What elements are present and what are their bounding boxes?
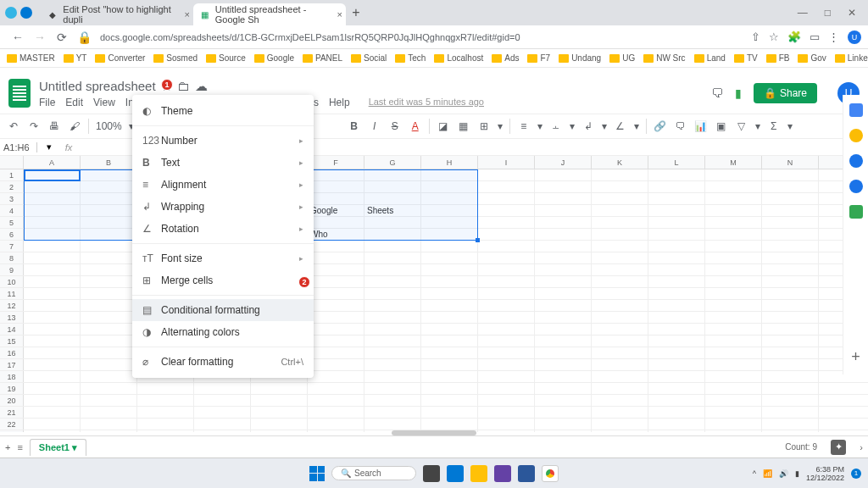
comment-history-icon[interactable]: 🗨 xyxy=(711,86,723,100)
cell[interactable] xyxy=(81,371,137,382)
cell[interactable] xyxy=(535,407,592,418)
cell[interactable] xyxy=(762,347,819,358)
cell[interactable] xyxy=(478,241,535,252)
cell[interactable] xyxy=(308,347,364,358)
cell[interactable] xyxy=(24,300,81,311)
cell[interactable] xyxy=(478,430,535,432)
cell[interactable] xyxy=(762,407,819,418)
cell[interactable] xyxy=(705,336,762,347)
grid-row[interactable]: 20 xyxy=(0,395,868,407)
cell[interactable] xyxy=(137,395,194,406)
word-icon[interactable] xyxy=(518,465,535,482)
menu-help[interactable]: Help xyxy=(329,97,350,108)
row-header[interactable]: 6 xyxy=(0,229,24,240)
row-header[interactable]: 4 xyxy=(0,205,24,216)
cell[interactable] xyxy=(478,205,535,216)
cell[interactable] xyxy=(251,430,308,432)
cell[interactable] xyxy=(592,324,648,335)
cell[interactable] xyxy=(705,300,762,311)
grid-row[interactable]: 10 xyxy=(0,276,868,288)
explorer-icon[interactable] xyxy=(470,465,487,482)
cell[interactable] xyxy=(81,217,137,228)
cell[interactable] xyxy=(762,324,819,335)
grid-row[interactable]: 11 xyxy=(0,288,868,300)
close-icon[interactable]: × xyxy=(337,9,342,19)
cell[interactable] xyxy=(24,324,81,335)
cell[interactable] xyxy=(421,264,478,275)
cell[interactable] xyxy=(137,430,194,432)
cell[interactable] xyxy=(421,312,478,323)
add-addon-button[interactable]: + xyxy=(851,348,860,366)
cell[interactable] xyxy=(478,288,535,299)
bookmark-folder[interactable]: Undang xyxy=(559,53,601,63)
sheet-tab[interactable]: Sheet1 ▾ xyxy=(30,439,86,456)
explore-button[interactable]: ✦ xyxy=(831,440,846,455)
cell[interactable] xyxy=(364,347,421,358)
cell[interactable] xyxy=(81,252,137,263)
cell[interactable] xyxy=(592,229,648,240)
cell[interactable] xyxy=(592,395,648,406)
bookmark-folder[interactable]: YT xyxy=(64,53,87,63)
cell[interactable] xyxy=(648,169,705,180)
cell[interactable] xyxy=(762,371,819,382)
cell[interactable] xyxy=(762,300,819,311)
cell[interactable] xyxy=(705,264,762,275)
cell[interactable] xyxy=(194,383,251,394)
cell[interactable] xyxy=(535,336,592,347)
cell[interactable] xyxy=(24,430,81,432)
cloud-app-icon[interactable] xyxy=(5,7,17,19)
cell[interactable] xyxy=(705,276,762,287)
bookmark-folder[interactable]: UG xyxy=(609,53,635,63)
cell[interactable] xyxy=(364,276,421,287)
cell[interactable] xyxy=(24,336,81,347)
cell[interactable] xyxy=(24,347,81,358)
cell[interactable] xyxy=(421,395,478,406)
grid-row[interactable]: 12 xyxy=(0,300,868,312)
share-page-icon[interactable]: ⇧ xyxy=(751,30,760,44)
cell[interactable] xyxy=(24,371,81,382)
row-header[interactable]: 2 xyxy=(0,181,24,192)
cell[interactable] xyxy=(478,312,535,323)
col-header[interactable]: I xyxy=(478,156,535,169)
cell[interactable] xyxy=(421,359,478,370)
battery-icon[interactable]: ▮ xyxy=(795,469,799,478)
cell[interactable] xyxy=(194,395,251,406)
menuitem-fontsize[interactable]: тTFont size▸ xyxy=(132,247,314,269)
grid-row[interactable]: 14 xyxy=(0,324,868,336)
cell[interactable]: Who xyxy=(308,229,364,240)
cell[interactable] xyxy=(421,407,478,418)
cell[interactable] xyxy=(81,205,137,216)
cell[interactable] xyxy=(251,407,308,418)
cell[interactable] xyxy=(308,383,364,394)
cell[interactable] xyxy=(478,276,535,287)
cell[interactable]: Google xyxy=(308,205,364,216)
cell[interactable] xyxy=(364,395,421,406)
bookmark-folder[interactable]: MASTER xyxy=(7,53,55,63)
grid-row[interactable]: 18 xyxy=(0,371,868,383)
cell[interactable] xyxy=(705,252,762,263)
cell[interactable] xyxy=(81,312,137,323)
cell[interactable] xyxy=(251,395,308,406)
cell[interactable] xyxy=(364,193,421,204)
redo-button[interactable]: ↷ xyxy=(27,120,41,132)
all-sheets-button[interactable]: ≡ xyxy=(17,442,22,452)
cell[interactable] xyxy=(308,276,364,287)
row-header[interactable]: 3 xyxy=(0,193,24,204)
text-color-button[interactable]: A xyxy=(409,120,422,132)
cell[interactable] xyxy=(421,371,478,382)
cell[interactable] xyxy=(364,229,421,240)
bookmark-folder[interactable]: Converter xyxy=(95,53,145,63)
cell[interactable] xyxy=(592,252,648,263)
bookmark-folder[interactable]: Source xyxy=(206,53,246,63)
cell[interactable] xyxy=(535,193,592,204)
cell[interactable] xyxy=(535,276,592,287)
cell[interactable] xyxy=(648,217,705,228)
italic-button[interactable]: I xyxy=(368,120,381,132)
insert-chart-button[interactable]: 📊 xyxy=(694,120,708,132)
grid-row[interactable]: 17 xyxy=(0,359,868,371)
cell[interactable] xyxy=(81,300,137,311)
cell[interactable] xyxy=(592,217,648,228)
grid-row[interactable]: 9 xyxy=(0,264,868,276)
comment-button[interactable]: 🗨 xyxy=(674,120,687,132)
strike-button[interactable]: S xyxy=(388,120,402,132)
